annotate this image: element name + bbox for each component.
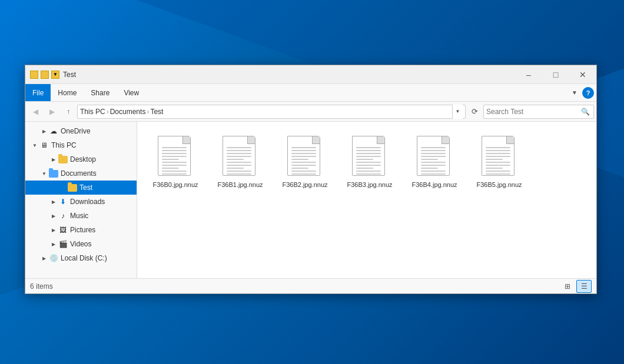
sidebar-item-test[interactable]: Test	[25, 181, 137, 195]
sidebar-label-music: Music	[70, 212, 88, 220]
doc-lines	[291, 147, 316, 176]
sidebar-item-music[interactable]: ▶ ♪ Music	[25, 209, 137, 223]
cloud-icon: ☁	[49, 126, 58, 136]
sidebar-item-onedrive[interactable]: ▶ ☁ OneDrive	[25, 124, 137, 138]
file-name: F36B1.jpg.nnuz	[217, 181, 263, 189]
doc-line	[227, 173, 251, 175]
search-input[interactable]	[486, 108, 579, 116]
sidebar-item-downloads[interactable]: ▶ ⬇ Downloads	[25, 195, 137, 209]
file-item[interactable]: F36B3.jpg.nnuz	[343, 131, 396, 193]
document-icon	[158, 136, 193, 177]
view-list-button[interactable]: ☰	[576, 280, 592, 293]
folder-documents-icon	[49, 169, 58, 178]
doc-lines	[356, 147, 381, 176]
menu-bar: File Home Share View ▼ ?	[25, 84, 596, 102]
doc-line	[162, 150, 187, 151]
sidebar-label-test: Test	[79, 183, 92, 192]
sidebar-label-local-disk: Local Disk (C:)	[61, 254, 107, 262]
file-item[interactable]: F36B2.jpg.nnuz	[278, 131, 331, 193]
status-count: 6 items	[30, 282, 560, 290]
disk-icon: 💿	[49, 253, 58, 263]
doc-line	[421, 162, 446, 163]
expand-arrow-videos[interactable]: ▶	[49, 239, 58, 249]
forward-button[interactable]: ▶	[44, 104, 59, 119]
sidebar-item-desktop[interactable]: ▶ Desktop	[25, 152, 137, 166]
sidebar-item-pictures[interactable]: ▶ 🖼 Pictures	[25, 223, 137, 237]
sidebar-item-local-disk[interactable]: ▶ 💿 Local Disk (C:)	[25, 251, 137, 265]
folder-icon-2	[41, 71, 49, 79]
doc-lines	[227, 147, 251, 176]
document-icon	[223, 136, 258, 177]
search-icon[interactable]: 🔍	[579, 106, 591, 118]
sidebar-label-documents: Documents	[61, 169, 97, 178]
expand-arrow-this-pc[interactable]: ▼	[30, 141, 39, 150]
doc-line	[421, 168, 438, 169]
doc-line	[356, 165, 381, 166]
music-icon: ♪	[58, 211, 68, 221]
sidebar-item-videos[interactable]: ▶ 🎬 Videos	[25, 237, 137, 251]
breadcrumb-dropdown-icon[interactable]: ▼	[452, 105, 463, 119]
doc-line	[356, 162, 381, 163]
doc-line	[356, 153, 381, 154]
expand-arrow-documents[interactable]: ▼	[39, 169, 49, 178]
menu-view[interactable]: View	[117, 84, 146, 101]
doc-line	[421, 153, 446, 154]
sidebar-label-downloads: Downloads	[70, 198, 105, 206]
address-bar: ◀ ▶ ↑ This PC › Documents › Test ▼ ⟳ 🔍	[25, 102, 596, 122]
breadcrumb[interactable]: This PC › Documents › Test ▼	[77, 105, 466, 119]
back-button[interactable]: ◀	[28, 104, 43, 119]
file-item[interactable]: F36B5.jpg.nnuz	[473, 131, 526, 193]
doc-line	[162, 168, 179, 169]
breadcrumb-test[interactable]: Test	[150, 108, 163, 116]
breadcrumb-this-pc[interactable]: This PC	[80, 108, 105, 116]
expand-arrow-desktop[interactable]: ▶	[49, 155, 58, 164]
up-button[interactable]: ↑	[61, 104, 76, 119]
doc-line	[356, 168, 373, 169]
pc-icon: 🖥	[39, 141, 49, 150]
file-name: F36B3.jpg.nnuz	[347, 181, 392, 189]
menu-chevron-icon[interactable]: ▼	[569, 87, 580, 98]
document-icon	[482, 136, 517, 177]
breadcrumb-documents[interactable]: Documents	[110, 108, 146, 116]
doc-body	[287, 136, 320, 176]
file-name: F36B2.jpg.nnuz	[282, 181, 327, 189]
folder-test-icon	[68, 183, 77, 192]
arrow-icon: ▼	[51, 71, 59, 79]
maximize-button[interactable]: □	[542, 65, 569, 84]
doc-line	[486, 168, 503, 169]
doc-line	[227, 165, 251, 166]
expand-arrow-local-disk[interactable]: ▶	[39, 253, 49, 263]
close-button[interactable]: ✕	[569, 65, 596, 84]
expand-arrow-pictures[interactable]: ▶	[49, 225, 58, 235]
doc-body	[417, 136, 450, 176]
minimize-button[interactable]: –	[515, 65, 542, 84]
doc-line	[291, 168, 308, 169]
expand-arrow-onedrive[interactable]: ▶	[39, 126, 49, 136]
menu-file[interactable]: File	[25, 84, 51, 101]
file-item[interactable]: F36B0.jpg.nnuz	[149, 131, 202, 193]
file-item[interactable]: F36B1.jpg.nnuz	[214, 131, 267, 193]
menu-bar-right: ▼ ?	[569, 87, 596, 99]
doc-line	[421, 165, 446, 166]
search-box[interactable]: 🔍	[483, 105, 594, 119]
help-button[interactable]: ?	[582, 87, 594, 99]
expand-arrow-music[interactable]: ▶	[49, 211, 58, 221]
expand-arrow-test[interactable]	[58, 183, 68, 192]
sidebar-item-this-pc[interactable]: ▼ 🖥 This PC	[25, 138, 137, 152]
doc-line	[486, 171, 510, 172]
menu-home[interactable]: Home	[51, 84, 84, 101]
window-controls: – □ ✕	[515, 65, 596, 84]
doc-line	[486, 162, 510, 163]
refresh-button[interactable]: ⟳	[467, 104, 482, 119]
file-item[interactable]: F36B4.jpg.nnuz	[408, 131, 461, 193]
doc-line	[421, 173, 446, 175]
view-grid-button[interactable]: ⊞	[560, 280, 575, 293]
menu-share[interactable]: Share	[84, 84, 117, 101]
sidebar-label-videos: Videos	[70, 240, 91, 248]
expand-arrow-downloads[interactable]: ▶	[49, 197, 58, 206]
doc-line	[421, 150, 446, 151]
sidebar-item-documents[interactable]: ▼ Documents	[25, 166, 137, 181]
folder-icon-1	[30, 71, 38, 79]
doc-line	[421, 147, 446, 148]
doc-body	[482, 136, 515, 176]
